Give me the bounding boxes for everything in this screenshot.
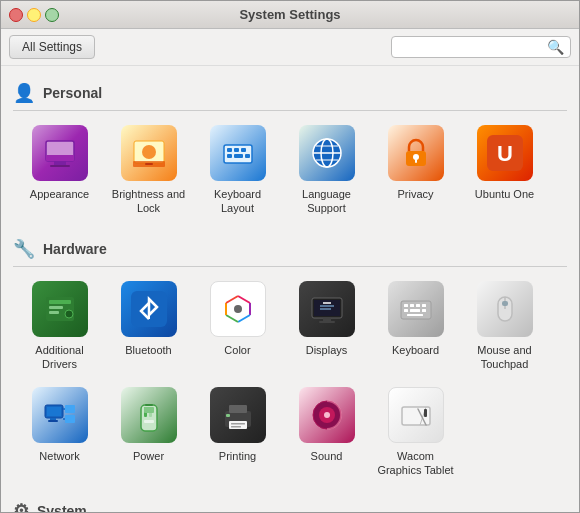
keyboard-layout-label: Keyboard Layout: [199, 187, 276, 216]
keyboard-item[interactable]: Keyboard: [373, 275, 458, 378]
svg-rect-75: [229, 405, 247, 413]
keyboard-label: Keyboard: [392, 343, 439, 357]
close-button[interactable]: [9, 8, 23, 22]
mouse-item[interactable]: Mouse and Touchpad: [462, 275, 547, 378]
printing-icon: [210, 387, 266, 443]
hardware-grid: Additional Drivers Bluetooth: [13, 275, 567, 492]
color-label: Color: [224, 343, 250, 357]
bluetooth-label: Bluetooth: [125, 343, 171, 357]
svg-rect-65: [65, 415, 75, 423]
svg-rect-1: [46, 155, 74, 161]
svg-text:U: U: [497, 141, 513, 166]
search-icon: 🔍: [547, 39, 564, 55]
svg-rect-27: [49, 300, 71, 304]
keyboard-layout-item[interactable]: Keyboard Layout: [195, 119, 280, 222]
sound-label: Sound: [311, 449, 343, 463]
section-system-label: System: [37, 503, 87, 512]
svg-rect-54: [410, 309, 420, 312]
color-icon: [210, 281, 266, 337]
sound-icon: [299, 387, 355, 443]
wrench-icon: 🔧: [13, 238, 35, 260]
hardware-divider: [13, 266, 567, 267]
svg-rect-78: [231, 426, 241, 428]
svg-rect-12: [227, 154, 232, 158]
svg-point-5: [142, 145, 156, 159]
privacy-icon: [388, 125, 444, 181]
section-personal-label: Personal: [43, 85, 102, 101]
color-item[interactable]: Color: [195, 275, 280, 378]
ubuntu-one-item[interactable]: U Ubuntu One: [462, 119, 547, 222]
displays-item[interactable]: Displays: [284, 275, 369, 378]
appearance-item[interactable]: Appearance: [17, 119, 102, 222]
privacy-item[interactable]: Privacy: [373, 119, 458, 222]
brightness-icon: [121, 125, 177, 181]
svg-rect-52: [422, 304, 426, 307]
svg-rect-3: [50, 165, 70, 167]
mouse-label: Mouse and Touchpad: [466, 343, 543, 372]
maximize-button[interactable]: [45, 8, 59, 22]
displays-label: Displays: [306, 343, 348, 357]
section-hardware-header: 🔧 Hardware: [13, 238, 567, 260]
bluetooth-item[interactable]: Bluetooth: [106, 275, 191, 378]
section-system-header: ⚙ System: [13, 500, 567, 512]
system-settings-window: System Settings All Settings 🔍 👤 Persona…: [0, 0, 580, 513]
svg-rect-47: [319, 321, 335, 323]
wacom-icon: [388, 387, 444, 443]
keyboard-layout-icon: [210, 125, 266, 181]
svg-point-40: [234, 305, 242, 313]
svg-rect-72: [144, 420, 154, 423]
svg-rect-29: [49, 311, 59, 314]
person-icon: 👤: [13, 82, 35, 104]
printing-item[interactable]: Printing: [195, 381, 280, 484]
wacom-item[interactable]: Wacom Graphics Tablet: [373, 381, 458, 484]
window-title: System Settings: [239, 7, 340, 22]
window-controls: [9, 8, 59, 22]
search-input[interactable]: [398, 40, 547, 54]
personal-grid: Appearance Brightness and Lock: [13, 119, 567, 230]
svg-rect-53: [404, 309, 408, 312]
svg-rect-85: [424, 409, 427, 417]
svg-rect-76: [229, 421, 247, 429]
all-settings-button[interactable]: All Settings: [9, 35, 95, 59]
network-item[interactable]: Network: [17, 381, 102, 484]
svg-rect-55: [422, 309, 426, 312]
svg-rect-23: [415, 159, 417, 163]
gear-icon: ⚙: [13, 500, 29, 512]
svg-rect-51: [416, 304, 420, 307]
toolbar: All Settings 🔍: [1, 29, 579, 66]
svg-rect-7: [145, 163, 153, 165]
power-icon: [121, 387, 177, 443]
power-label: Power: [133, 449, 164, 463]
svg-rect-64: [65, 405, 75, 413]
svg-rect-11: [241, 148, 246, 152]
additional-drivers-item[interactable]: Additional Drivers: [17, 275, 102, 378]
svg-rect-13: [234, 154, 243, 158]
language-item[interactable]: Language Support: [284, 119, 369, 222]
svg-rect-49: [404, 304, 408, 307]
power-item[interactable]: Power: [106, 381, 191, 484]
svg-rect-79: [226, 414, 230, 417]
brightness-item[interactable]: Brightness and Lock: [106, 119, 191, 222]
minimize-button[interactable]: [27, 8, 41, 22]
svg-rect-46: [323, 318, 331, 321]
ubuntu-one-label: Ubuntu One: [475, 187, 534, 201]
svg-rect-9: [227, 148, 232, 152]
svg-rect-28: [49, 306, 63, 309]
svg-point-30: [65, 310, 73, 318]
section-personal-header: 👤 Personal: [13, 82, 567, 104]
additional-drivers-label: Additional Drivers: [21, 343, 98, 372]
svg-rect-63: [48, 420, 58, 422]
brightness-label: Brightness and Lock: [110, 187, 187, 216]
sound-item[interactable]: Sound: [284, 381, 369, 484]
privacy-label: Privacy: [397, 187, 433, 201]
svg-rect-61: [47, 407, 61, 416]
printing-label: Printing: [219, 449, 256, 463]
language-label: Language Support: [288, 187, 365, 216]
mouse-icon: [477, 281, 533, 337]
bluetooth-icon: [121, 281, 177, 337]
language-icon: [299, 125, 355, 181]
main-content: 👤 Personal Appearance: [1, 66, 579, 512]
network-icon: [32, 387, 88, 443]
svg-rect-77: [231, 423, 245, 425]
network-label: Network: [39, 449, 79, 463]
